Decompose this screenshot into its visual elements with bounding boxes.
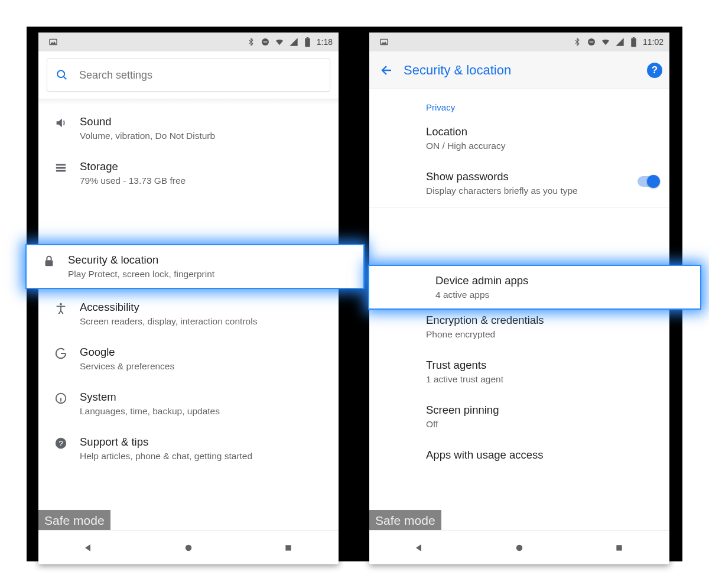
nav-back[interactable] bbox=[402, 542, 437, 553]
status-time: 1:18 bbox=[317, 37, 333, 47]
svg-point-15 bbox=[186, 544, 192, 551]
section-label: Privacy bbox=[426, 102, 659, 112]
status-bar: 1:18 bbox=[38, 33, 339, 51]
section-privacy: Privacy bbox=[369, 89, 669, 116]
security-list[interactable]: Privacy Location ON / High accuracy Show… bbox=[369, 89, 669, 530]
divider bbox=[369, 207, 669, 207]
search-input[interactable] bbox=[79, 69, 321, 82]
nav-home[interactable] bbox=[171, 542, 206, 553]
item-subtitle: 1 active trust agent bbox=[426, 374, 659, 385]
item-title: Location bbox=[426, 125, 659, 138]
item-support[interactable]: ? Support & tips Help articles, phone & … bbox=[38, 426, 339, 471]
callout-gap bbox=[38, 196, 339, 246]
svg-rect-7 bbox=[56, 167, 66, 169]
item-usage-access[interactable]: Apps with usage access bbox=[369, 439, 669, 484]
svg-rect-2 bbox=[263, 41, 267, 42]
svg-text:?: ? bbox=[58, 439, 63, 448]
svg-rect-23 bbox=[617, 545, 622, 550]
item-title: Device admin apps bbox=[435, 274, 528, 287]
item-title: Trust agents bbox=[426, 359, 659, 372]
svg-rect-4 bbox=[307, 37, 308, 38]
settings-list[interactable]: Sound Volume, vibration, Do Not Disturb … bbox=[38, 106, 339, 530]
search-icon bbox=[56, 69, 69, 82]
item-subtitle: 4 active apps bbox=[435, 290, 528, 300]
status-time: 11:02 bbox=[643, 37, 664, 47]
svg-rect-19 bbox=[590, 41, 594, 42]
item-title: Apps with usage access bbox=[426, 449, 659, 462]
nav-recent[interactable] bbox=[271, 543, 306, 553]
svg-rect-21 bbox=[633, 37, 635, 38]
svg-rect-20 bbox=[632, 38, 637, 46]
title-bar: Security & location ? bbox=[369, 51, 669, 89]
callout-device-admin-apps[interactable]: Device admin apps 4 active apps bbox=[369, 266, 700, 308]
item-subtitle: Volume, vibration, Do Not Disturb bbox=[80, 131, 328, 141]
callout-security-location[interactable]: Security & location Play Protect, screen… bbox=[27, 245, 363, 288]
battery-icon bbox=[303, 37, 313, 47]
stage: 1:18 Sound Volume, vibration, Do Not Dis… bbox=[27, 27, 682, 561]
nav-recent[interactable] bbox=[601, 543, 637, 553]
svg-rect-16 bbox=[286, 545, 291, 550]
item-subtitle: Languages, time, backup, updates bbox=[80, 406, 328, 417]
svg-point-22 bbox=[516, 544, 523, 551]
item-trust-agents[interactable]: Trust agents 1 active trust agent bbox=[369, 349, 669, 394]
help-button[interactable]: ? bbox=[647, 63, 662, 78]
svg-point-11 bbox=[60, 303, 62, 306]
item-title: System bbox=[80, 391, 328, 404]
item-google[interactable]: Google Services & preferences bbox=[38, 336, 339, 381]
item-location[interactable]: Location ON / High accuracy bbox=[369, 116, 669, 161]
show-passwords-toggle[interactable] bbox=[638, 176, 659, 187]
nav-bar bbox=[369, 530, 669, 564]
item-title: Encryption & credentials bbox=[426, 314, 659, 327]
nav-home[interactable] bbox=[502, 542, 537, 553]
item-subtitle: Help articles, phone & chat, getting sta… bbox=[80, 451, 328, 462]
item-sound[interactable]: Sound Volume, vibration, Do Not Disturb bbox=[38, 106, 339, 151]
item-subtitle: Play Protect, screen lock, fingerprint bbox=[68, 269, 214, 280]
item-screen-pinning[interactable]: Screen pinning Off bbox=[369, 394, 669, 439]
item-subtitle: 79% used - 13.73 GB free bbox=[80, 176, 328, 186]
dnd-icon bbox=[260, 37, 271, 47]
item-subtitle: Screen readers, display, interaction con… bbox=[80, 316, 328, 327]
battery-icon bbox=[629, 37, 639, 47]
item-subtitle: Services & preferences bbox=[80, 361, 328, 372]
storage-icon bbox=[48, 161, 74, 174]
lock-icon bbox=[36, 255, 62, 268]
svg-point-5 bbox=[57, 70, 64, 77]
info-icon bbox=[48, 392, 74, 405]
status-bar: 11:02 bbox=[369, 33, 669, 51]
picture-icon bbox=[379, 37, 389, 47]
svg-rect-8 bbox=[56, 170, 66, 172]
safe-mode-badge: Safe mode bbox=[38, 510, 110, 530]
item-title: Storage bbox=[80, 160, 328, 173]
svg-rect-24 bbox=[45, 260, 53, 266]
wifi-icon bbox=[274, 37, 285, 47]
svg-rect-3 bbox=[305, 38, 311, 46]
item-subtitle: ON / High accuracy bbox=[426, 141, 659, 151]
nav-back[interactable] bbox=[71, 542, 106, 553]
search-settings[interactable] bbox=[47, 59, 330, 92]
back-button[interactable] bbox=[374, 59, 400, 82]
bluetooth-icon bbox=[572, 37, 583, 47]
cell-icon bbox=[614, 37, 625, 47]
item-subtitle: Phone encrypted bbox=[426, 329, 659, 340]
item-show-passwords[interactable]: Show passwords Display characters briefl… bbox=[369, 161, 669, 206]
item-title: Support & tips bbox=[80, 436, 328, 449]
item-accessibility[interactable]: Accessibility Screen readers, display, i… bbox=[38, 291, 339, 336]
item-title: Google bbox=[80, 346, 328, 359]
cell-icon bbox=[288, 37, 299, 47]
item-title: Show passwords bbox=[426, 170, 638, 183]
item-title: Sound bbox=[80, 115, 328, 128]
svg-rect-6 bbox=[56, 164, 66, 166]
phone-settings: 1:18 Sound Volume, vibration, Do Not Dis… bbox=[38, 33, 339, 564]
item-storage[interactable]: Storage 79% used - 13.73 GB free bbox=[38, 151, 339, 196]
item-title: Security & location bbox=[68, 254, 214, 267]
item-subtitle: Off bbox=[426, 419, 659, 430]
dnd-icon bbox=[586, 37, 597, 47]
accessibility-icon bbox=[48, 302, 74, 315]
scroll-edge bbox=[38, 99, 339, 105]
bluetooth-icon bbox=[246, 37, 256, 47]
google-icon bbox=[48, 347, 74, 360]
item-subtitle: Display characters briefly as you type bbox=[426, 186, 638, 196]
item-encryption[interactable]: Encryption & credentials Phone encrypted bbox=[369, 304, 669, 349]
callout-gap bbox=[369, 209, 669, 259]
item-system[interactable]: System Languages, time, backup, updates bbox=[38, 381, 339, 426]
